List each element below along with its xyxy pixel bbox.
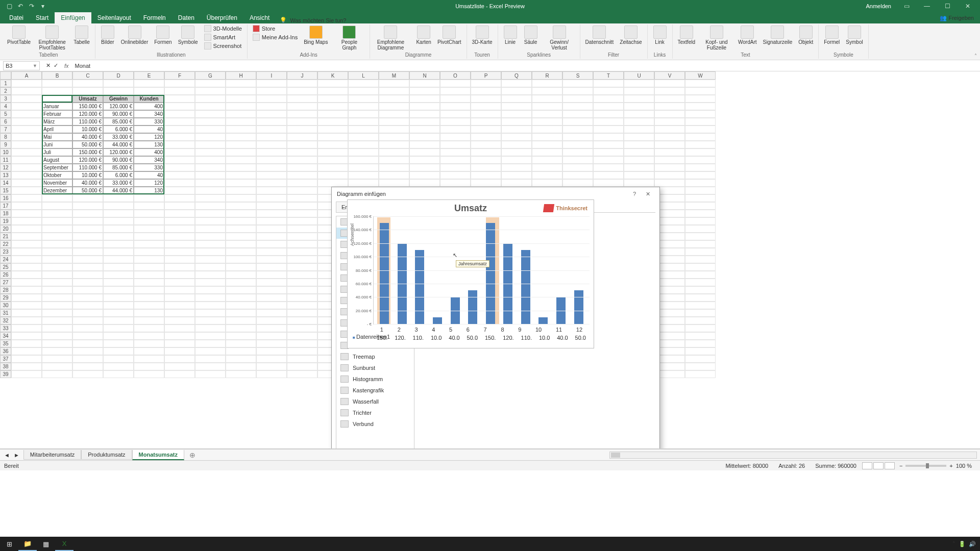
cell[interactable]	[195, 217, 226, 225]
chart-type-combo[interactable]: Verbund	[336, 418, 414, 430]
cell[interactable]	[440, 133, 471, 141]
cell[interactable]	[685, 363, 716, 370]
cell[interactable]	[195, 87, 226, 95]
cell[interactable]	[593, 80, 624, 87]
cell[interactable]	[226, 347, 256, 355]
cell[interactable]	[471, 141, 501, 148]
cell[interactable]: Monat	[42, 95, 72, 103]
cell[interactable]	[685, 271, 716, 279]
cell[interactable]	[42, 248, 72, 256]
cell[interactable]	[256, 80, 287, 87]
cell[interactable]	[256, 240, 287, 248]
qat-customize-icon[interactable]: ▾	[38, 1, 48, 11]
cell[interactable]	[72, 80, 103, 87]
cell[interactable]	[164, 148, 195, 156]
cell[interactable]: 130	[134, 141, 164, 148]
cell[interactable]	[42, 256, 72, 263]
row-header[interactable]: 10	[0, 148, 11, 156]
col-header[interactable]: F	[164, 71, 195, 80]
my-addins-button[interactable]: Meine Add-Ins	[251, 33, 300, 41]
cell[interactable]	[501, 133, 532, 141]
cell[interactable]	[471, 179, 501, 187]
share-button[interactable]: 👥 Freigeben	[934, 13, 980, 23]
cell[interactable]	[226, 279, 256, 286]
cell[interactable]	[685, 141, 716, 148]
cell[interactable]	[379, 126, 409, 133]
view-pagelayout-icon[interactable]	[873, 462, 884, 469]
cell[interactable]	[256, 248, 287, 256]
cell[interactable]	[471, 126, 501, 133]
row-header[interactable]: 15	[0, 187, 11, 194]
cell[interactable]	[256, 118, 287, 126]
cell[interactable]	[226, 148, 256, 156]
cell[interactable]	[164, 263, 195, 271]
cell[interactable]	[593, 87, 624, 95]
cell[interactable]	[379, 164, 409, 171]
cell[interactable]	[42, 233, 72, 240]
row-header[interactable]: 9	[0, 141, 11, 148]
tab-daten[interactable]: Daten	[172, 12, 201, 23]
cell[interactable]	[195, 309, 226, 317]
cell[interactable]	[379, 118, 409, 126]
cancel-formula-icon[interactable]: ✕	[46, 62, 51, 69]
cell[interactable]	[624, 133, 654, 141]
cell[interactable]	[134, 248, 164, 256]
tab-seitenlayout[interactable]: Seitenlayout	[91, 12, 137, 23]
cell[interactable]: März	[42, 118, 72, 126]
cell[interactable]	[42, 370, 72, 378]
icons-button[interactable]: Symbole	[176, 24, 200, 46]
cell[interactable]	[654, 118, 685, 126]
cell[interactable]	[593, 133, 624, 141]
cell[interactable]	[195, 302, 226, 309]
cell[interactable]	[164, 194, 195, 202]
cell[interactable]	[287, 202, 317, 210]
cell[interactable]: 120.000 €	[103, 148, 134, 156]
cell[interactable]	[287, 133, 317, 141]
cell[interactable]	[164, 225, 195, 233]
cell[interactable]	[317, 171, 348, 179]
cell[interactable]	[287, 233, 317, 240]
cell[interactable]	[409, 87, 440, 95]
cell[interactable]: Umsatz	[72, 95, 103, 103]
cell[interactable]	[72, 271, 103, 279]
cell[interactable]	[42, 332, 72, 340]
cell[interactable]	[134, 340, 164, 347]
cell[interactable]	[654, 141, 685, 148]
cell[interactable]	[195, 95, 226, 103]
cell[interactable]: 330	[134, 164, 164, 171]
cell[interactable]	[532, 148, 562, 156]
undo-icon[interactable]: ↶	[15, 1, 26, 11]
cell[interactable]	[287, 355, 317, 363]
cell[interactable]	[287, 87, 317, 95]
cell[interactable]	[287, 263, 317, 271]
cell[interactable]	[685, 103, 716, 110]
cell[interactable]	[501, 103, 532, 110]
cell[interactable]	[287, 340, 317, 347]
cell[interactable]	[11, 324, 42, 332]
cell[interactable]	[103, 80, 134, 87]
cell[interactable]	[72, 355, 103, 363]
cell[interactable]	[11, 202, 42, 210]
cell[interactable]	[256, 286, 287, 294]
cell[interactable]	[501, 118, 532, 126]
cell[interactable]	[287, 110, 317, 118]
cell[interactable]	[685, 240, 716, 248]
sparkline-line-button[interactable]: Linie	[501, 24, 520, 46]
sheet-nav-prev-icon[interactable]: ◄	[4, 452, 10, 458]
cell[interactable]	[654, 164, 685, 171]
3d-models-button[interactable]: 3D-Modelle	[202, 24, 244, 33]
cell[interactable]: 40	[134, 126, 164, 133]
system-tray[interactable]: ˄🔋🔊	[952, 541, 980, 547]
cell[interactable]	[562, 103, 593, 110]
cell[interactable]	[164, 171, 195, 179]
cell[interactable]	[134, 294, 164, 302]
cell[interactable]: 150.000 €	[72, 148, 103, 156]
cell[interactable]	[287, 309, 317, 317]
cell[interactable]: Januar	[42, 103, 72, 110]
cell[interactable]	[164, 294, 195, 302]
cell[interactable]: Kunden	[134, 95, 164, 103]
chart-type-funnel[interactable]: Trichter	[336, 407, 414, 418]
cell[interactable]	[256, 294, 287, 302]
cell[interactable]	[256, 194, 287, 202]
cell[interactable]	[532, 95, 562, 103]
